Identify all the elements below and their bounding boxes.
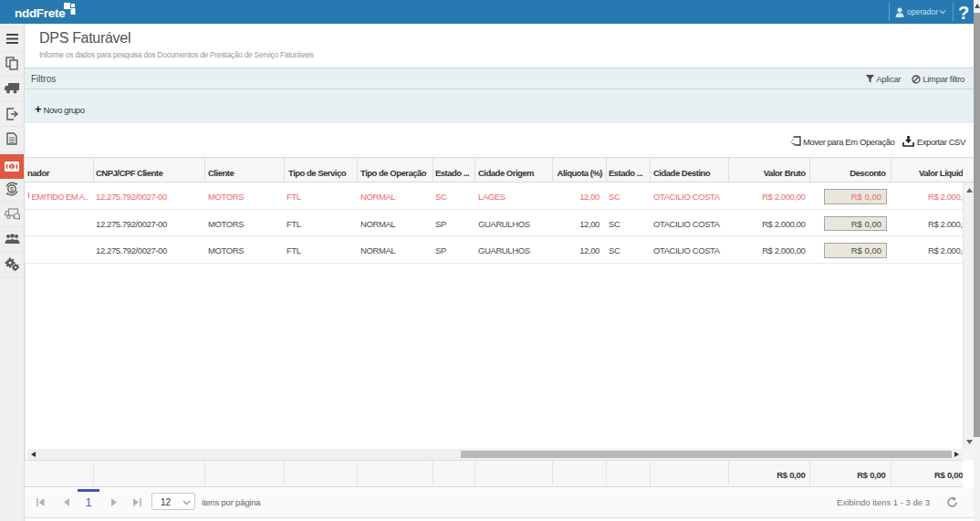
svg-text:$: $ bbox=[10, 185, 15, 193]
